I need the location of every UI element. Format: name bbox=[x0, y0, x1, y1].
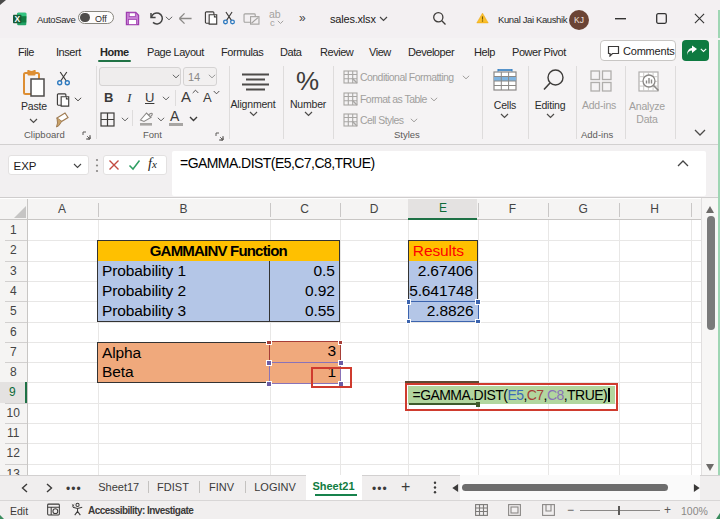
svg-text:X: X bbox=[14, 14, 20, 24]
